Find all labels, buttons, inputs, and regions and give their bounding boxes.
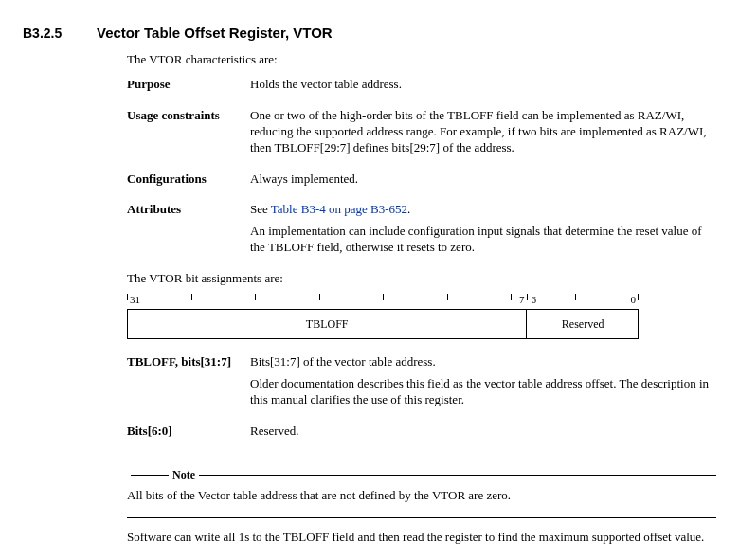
usage-text: One or two of the high-order bits of the… [250,108,716,156]
label-purpose: Purpose [127,77,250,99]
row-attributes: Attributes See Table B3-4 on page B3-652… [127,202,716,262]
field-tbloff: TBLOFF [128,310,527,338]
label-usage: Usage constraints [127,108,250,162]
bitfield-descriptions: TBLOFF, bits[31:7] Bits[31:7] of the vec… [127,354,716,445]
bit-diagram: 31 7 6 0 TBLOFF Reserved [127,294,639,339]
section-body: The VTOR characteristics are: Purpose Ho… [127,52,716,545]
bit-label-31: 31 [130,294,140,305]
tbloff-p1: Bits[31:7] of the vector table address. [250,354,716,370]
attributes-see: See Table B3-4 on page B3-652. [250,202,716,218]
bit-label-6: 6 [532,294,537,305]
note-body: All bits of the Vector table address tha… [127,488,716,504]
bf-row-tbloff: TBLOFF, bits[31:7] Bits[31:7] of the vec… [127,354,716,414]
table-link[interactable]: Table B3-4 on page B3-652 [271,202,407,216]
intro-text: The VTOR characteristics are: [127,52,716,67]
row-config: Configurations Always implemented. [127,172,716,193]
bit-field-row: TBLOFF Reserved [127,309,639,339]
note-rule-bottom [127,517,716,518]
see-prefix: See [250,202,271,216]
note-rule-left [131,475,169,476]
label-config: Configurations [127,172,250,193]
config-text: Always implemented. [250,172,716,188]
row-usage: Usage constraints One or two of the high… [127,108,716,162]
see-suffix: . [407,202,410,216]
purpose-text: Holds the vector table address. [250,77,716,93]
section-heading: B3.2.5 Vector Table Offset Register, VTO… [23,25,716,41]
def-usage: One or two of the high-order bits of the… [250,108,716,162]
reserved-p1: Reserved. [250,424,716,440]
def-purpose: Holds the vector table address. [250,77,716,99]
attributes-extra: An implementation can include configurat… [250,224,716,256]
page: B3.2.5 Vector Table Offset Register, VTO… [0,0,739,560]
bit-label-7: 7 [519,294,525,305]
footnote-text: Software can write all 1s to the TBLOFF … [127,530,716,546]
bf-row-reserved: Bits[6:0] Reserved. [127,424,716,445]
tbloff-p2: Older documentation describes this field… [250,376,716,408]
field-reserved: Reserved [527,310,639,338]
note-heading: Note [172,468,195,482]
note-block: Note All bits of the Vector table addres… [127,468,716,518]
bit-ruler: 31 7 6 0 [127,294,639,309]
bf-def-tbloff: Bits[31:7] of the vector table address. … [250,354,716,414]
bf-term-reserved: Bits[6:0] [127,424,250,445]
note-rule-right [199,475,716,476]
bit-intro: The VTOR bit assignments are: [127,271,716,286]
row-purpose: Purpose Holds the vector table address. [127,77,716,99]
note-para-1: All bits of the Vector table address tha… [127,488,716,504]
note-heading-row: Note [127,468,716,482]
bf-term-tbloff: TBLOFF, bits[31:7] [127,354,250,414]
section-title: Vector Table Offset Register, VTOR [97,25,333,41]
section-number: B3.2.5 [23,26,97,41]
bit-label-0: 0 [631,294,637,305]
bf-def-reserved: Reserved. [250,424,716,445]
def-config: Always implemented. [250,172,716,193]
label-attributes: Attributes [127,202,250,262]
def-attributes: See Table B3-4 on page B3-652. An implem… [250,202,716,262]
